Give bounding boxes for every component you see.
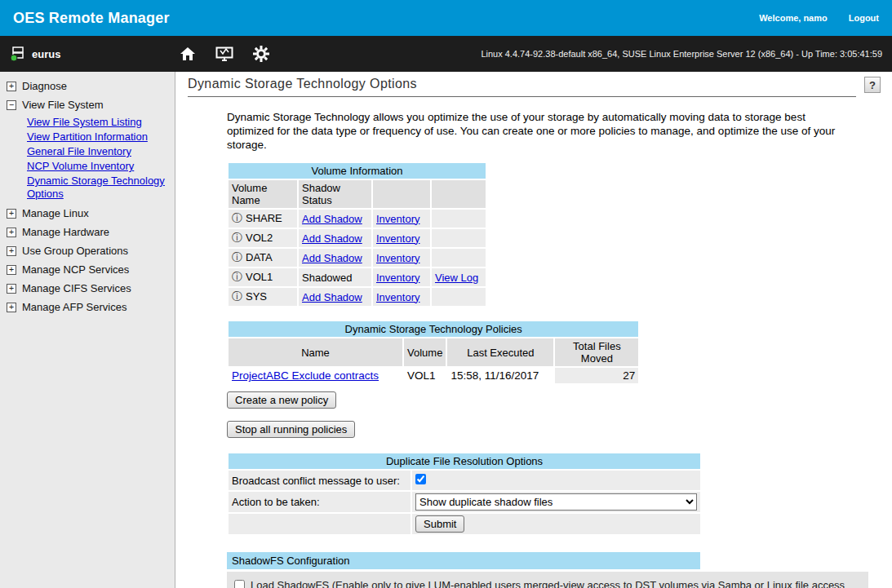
title-row: Dynamic Storage Technology Options ?: [188, 77, 881, 97]
view-log-link[interactable]: View Log: [435, 272, 478, 284]
sidebar-item-view-file-system[interactable]: − View File System: [0, 95, 175, 114]
empty-header-cell: [432, 180, 486, 208]
create-policy-button[interactable]: Create a new policy: [227, 391, 336, 409]
expand-icon[interactable]: +: [7, 284, 16, 294]
sidebar-link-ncp-volume-inventory[interactable]: NCP Volume Inventory: [27, 160, 134, 173]
monitor-icon[interactable]: [215, 46, 234, 63]
duplicate-submit-button[interactable]: Submit: [415, 515, 464, 533]
volume-name: DATA: [246, 251, 273, 263]
log-cell: View Log: [432, 268, 486, 286]
inventory-link[interactable]: Inventory: [376, 252, 419, 264]
collapse-icon[interactable]: −: [7, 100, 16, 110]
volume-name-cell: ⓘSYS: [229, 288, 297, 306]
volume-name-cell: ⓘSHARE: [229, 210, 297, 228]
column-header-last-executed: Last Executed: [447, 338, 553, 366]
inventory-link[interactable]: Inventory: [376, 291, 419, 303]
inventory-link[interactable]: Inventory: [376, 213, 419, 225]
stop-policies-button[interactable]: Stop all running policies: [227, 421, 355, 438]
expand-icon[interactable]: +: [7, 209, 16, 219]
policy-link[interactable]: ProjectABC Exclude contracts: [232, 369, 379, 382]
table-row: ⓘVOL1 Shadowed Inventory View Log: [229, 268, 486, 286]
inventory-cell: Inventory: [373, 229, 430, 247]
add-shadow-link[interactable]: Add Shadow: [302, 252, 362, 264]
log-cell: [432, 210, 486, 228]
info-icon[interactable]: ⓘ: [232, 271, 242, 283]
log-cell: [432, 288, 486, 306]
inventory-link[interactable]: Inventory: [376, 232, 419, 245]
action-select[interactable]: Show duplicate shadow files: [415, 493, 697, 511]
table-row: ⓘVOL2 Add Shadow Inventory: [229, 229, 486, 247]
sidebar-item-manage-linux[interactable]: + Manage Linux: [0, 204, 175, 223]
duplicate-file-resolution-table: Duplicate File Resolution Options Broadc…: [227, 452, 702, 536]
stop-policies-row: Stop all running policies: [227, 421, 881, 438]
header-right: Welcome, namo Logout: [759, 13, 879, 23]
logout-link[interactable]: Logout: [849, 13, 879, 23]
home-icon[interactable]: [179, 46, 197, 62]
add-shadow-link[interactable]: Add Shadow: [302, 291, 362, 303]
app-title: OES Remote Manager: [13, 10, 170, 27]
policy-last-executed-cell: 15:58, 11/16/2017: [447, 368, 553, 383]
info-icon[interactable]: ⓘ: [232, 232, 242, 244]
inventory-cell: Inventory: [373, 268, 430, 286]
volume-information-table: Volume Information Volume Name Shadow St…: [227, 161, 487, 307]
sidebar-item-diagnose[interactable]: + Diagnose: [0, 77, 175, 95]
policies-table-title: Dynamic Storage Technology Policies: [229, 321, 638, 337]
table-row: ⓘSHARE Add Shadow Inventory: [229, 210, 486, 228]
column-header-shadow-status: Shadow Status: [299, 180, 371, 208]
shadow-status-cell: Add Shadow: [299, 288, 371, 306]
add-shadow-link[interactable]: Add Shadow: [302, 232, 362, 245]
sidebar: + Diagnose − View File System View File …: [0, 72, 175, 588]
sidebar-item-label: Manage NCP Services: [22, 263, 129, 276]
info-icon[interactable]: ⓘ: [232, 290, 242, 303]
main-content: Dynamic Storage Technology Options ? Dyn…: [176, 72, 892, 588]
shadowfs-config-box: Load ShadowFS (Enable only to give LUM-e…: [227, 572, 868, 588]
sidebar-link-general-file-inventory[interactable]: General File Inventory: [27, 145, 131, 158]
welcome-text: Welcome, namo: [759, 13, 828, 23]
sidebar-item-manage-ncp-services[interactable]: + Manage NCP Services: [0, 260, 175, 279]
expand-icon[interactable]: +: [7, 228, 16, 237]
load-shadowfs-checkbox[interactable]: [234, 580, 245, 588]
sidebar-item-label: Manage Linux: [22, 207, 89, 219]
volume-name: VOL2: [246, 232, 273, 244]
inventory-cell: Inventory: [373, 249, 430, 267]
expand-icon[interactable]: +: [7, 82, 16, 91]
sidebar-item-manage-cifs-services[interactable]: + Manage CIFS Services: [0, 279, 175, 298]
info-icon[interactable]: ⓘ: [232, 212, 242, 224]
expand-icon[interactable]: +: [7, 303, 16, 312]
list-item: NCP Volume Inventory: [27, 159, 175, 174]
sidebar-link-view-file-system-listing[interactable]: View File System Listing: [27, 116, 142, 129]
sidebar-item-manage-hardware[interactable]: + Manage Hardware: [0, 223, 175, 241]
column-header-row: Name Volume Last Executed Total Files Mo…: [229, 338, 638, 366]
info-icon[interactable]: ⓘ: [232, 251, 242, 263]
sidebar-item-label: Manage Hardware: [22, 226, 109, 238]
shadow-status-cell: Add Shadow: [299, 210, 371, 228]
app-header: OES Remote Manager Welcome, namo Logout: [0, 0, 892, 36]
list-item: View File System Listing: [27, 115, 175, 130]
expand-icon[interactable]: +: [7, 246, 16, 256]
page-title: Dynamic Storage Technology Options: [188, 77, 856, 97]
column-header-volume: Volume: [404, 338, 446, 366]
sidebar-item-label: View File System: [22, 99, 103, 111]
expand-icon[interactable]: +: [7, 265, 16, 275]
volume-name: SYS: [246, 290, 267, 303]
help-button[interactable]: ?: [864, 77, 881, 93]
status-bar: eurus Linux 4.4.74-92.38-default x86_64: [0, 36, 892, 72]
table-row: Submit: [229, 514, 700, 534]
create-policy-row: Create a new policy: [227, 391, 881, 409]
server-name: eurus: [32, 48, 60, 60]
log-cell: [432, 229, 486, 247]
inventory-link[interactable]: Inventory: [376, 272, 419, 284]
gear-icon[interactable]: [252, 45, 270, 63]
sidebar-item-manage-afp-services[interactable]: + Manage AFP Services: [0, 298, 175, 316]
broadcast-conflict-checkbox[interactable]: [415, 474, 426, 484]
policy-total-files-cell: 27: [555, 368, 638, 383]
sidebar-link-dynamic-storage-technology-options[interactable]: Dynamic Storage Technology Options: [27, 175, 167, 201]
table-row: ProjectABC Exclude contracts VOL1 15:58,…: [229, 368, 638, 383]
list-item: General File Inventory: [27, 144, 175, 159]
sidebar-item-label: Manage AFP Services: [22, 301, 126, 313]
sidebar-link-view-partition-information[interactable]: View Partition Information: [27, 130, 148, 144]
volume-name-cell: ⓘDATA: [229, 249, 297, 267]
volume-table-title: Volume Information: [229, 163, 486, 179]
add-shadow-link[interactable]: Add Shadow: [302, 213, 362, 225]
sidebar-item-use-group-operations[interactable]: + Use Group Operations: [0, 241, 175, 260]
